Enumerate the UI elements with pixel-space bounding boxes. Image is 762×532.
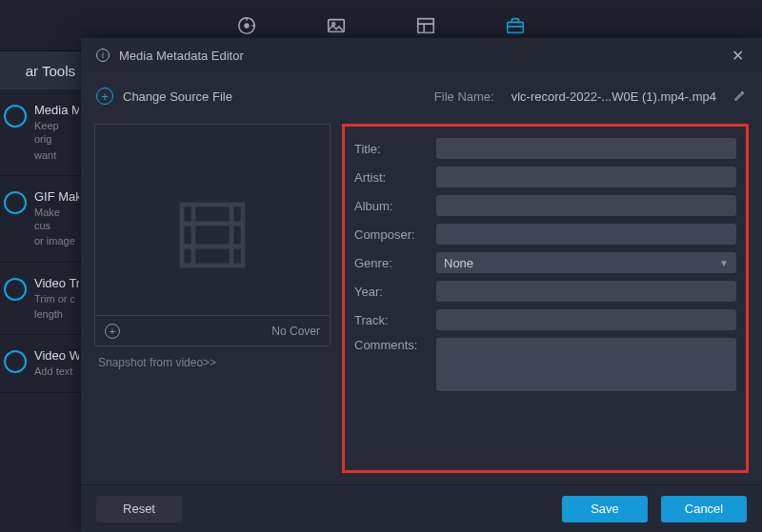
close-icon[interactable]: ✕ — [728, 47, 747, 65]
title-label: Title: — [354, 142, 427, 156]
spin-icon[interactable] — [235, 14, 258, 37]
cover-art-box[interactable]: + No Cover — [94, 124, 331, 346]
artist-label: Artist: — [354, 170, 427, 185]
video-trim-icon — [4, 278, 27, 301]
reset-button[interactable]: Reset — [96, 496, 182, 522]
metadata-editor-modal: i Media Metadata Editor ✕ + Change Sourc… — [81, 38, 762, 532]
sidebar-item-label: Video Tr — [34, 276, 79, 290]
add-cover-icon[interactable]: + — [105, 324, 120, 339]
comments-input[interactable] — [436, 338, 736, 391]
cancel-button[interactable]: Cancel — [661, 496, 747, 522]
sidebar-item-label: GIF Mak — [34, 189, 79, 204]
title-input[interactable] — [436, 138, 736, 159]
sidebar-item-video-trim[interactable]: Video Tr Trim or c length — [0, 263, 81, 336]
album-input[interactable] — [436, 195, 736, 216]
composer-input[interactable] — [436, 224, 736, 245]
film-placeholder-icon — [167, 189, 258, 281]
sidebar-item-gif-maker[interactable]: GIF Mak Make cus or image — [0, 176, 81, 263]
year-input[interactable] — [436, 281, 736, 302]
toolbox-icon[interactable] — [504, 14, 527, 37]
media-metadata-icon — [4, 105, 27, 128]
plus-circle-icon[interactable]: + — [96, 88, 113, 105]
chevron-down-icon: ▼ — [719, 258, 729, 268]
genre-label: Genre: — [354, 256, 427, 270]
change-source-button[interactable]: Change Source File — [123, 89, 425, 104]
source-file-row: + Change Source File File Name: vlc-reco… — [81, 72, 762, 120]
comments-label: Comments: — [354, 338, 427, 352]
sidebar: ar Tools Media M Keep orig want GIF Mak … — [0, 51, 81, 532]
save-button[interactable]: Save — [562, 496, 648, 522]
sidebar-item-video-watermark[interactable]: Video W Add text — [0, 335, 81, 392]
track-input[interactable] — [436, 309, 736, 330]
snapshot-from-video-link[interactable]: Snapshot from video>> — [94, 356, 331, 369]
video-watermark-icon — [4, 350, 27, 373]
cover-pane: + No Cover Snapshot from video>> — [94, 124, 331, 473]
filename-label: File Name: — [434, 89, 494, 104]
track-label: Track: — [354, 313, 427, 327]
sidebar-item-media-metadata[interactable]: Media M Keep orig want — [0, 89, 81, 176]
genre-select[interactable]: None ▼ — [436, 252, 736, 273]
image-icon[interactable] — [325, 14, 348, 37]
edit-filename-icon[interactable] — [733, 89, 747, 105]
info-icon: i — [96, 49, 110, 62]
modal-footer: Reset Save Cancel — [81, 484, 762, 532]
layout-icon[interactable] — [414, 14, 437, 37]
composer-label: Composer: — [354, 227, 427, 242]
year-label: Year: — [354, 285, 427, 299]
sidebar-section-title: ar Tools — [0, 51, 81, 89]
metadata-form: Title: Artist: Album: Composer: Genre: N… — [342, 124, 749, 473]
sidebar-item-label: Media M — [34, 103, 79, 117]
svg-point-1 — [245, 24, 249, 28]
modal-titlebar: i Media Metadata Editor ✕ — [81, 38, 762, 72]
svg-rect-5 — [508, 22, 524, 32]
cover-footer: + No Cover — [95, 315, 330, 345]
gif-maker-icon — [4, 191, 27, 214]
no-cover-label: No Cover — [271, 325, 320, 338]
genre-value: None — [444, 256, 473, 270]
svg-rect-4 — [418, 18, 434, 32]
modal-title: Media Metadata Editor — [119, 49, 718, 63]
filename-value: vlc-record-2022-...W0E (1).mp4-.mp4 — [511, 89, 716, 104]
sidebar-item-label: Video W — [34, 348, 79, 363]
artist-input[interactable] — [436, 167, 736, 187]
album-label: Album: — [354, 199, 427, 213]
